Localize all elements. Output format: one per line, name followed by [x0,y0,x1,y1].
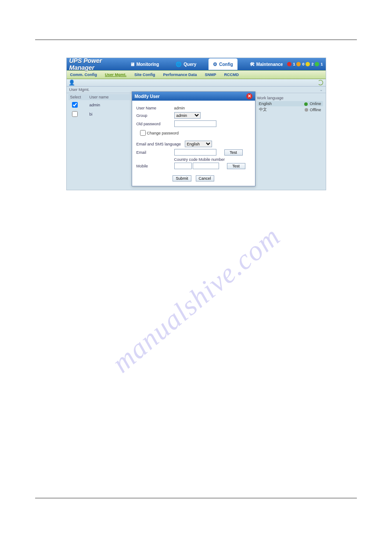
user-table: Select User name admin bi [68,94,130,119]
test-mobile-button[interactable]: Test [227,163,245,169]
alarm-red-icon [287,62,291,66]
old-password-label: Old password [137,122,174,126]
work-language-panel: Work language English Online 中文 Offline [255,93,326,190]
dialog-body: User Name admin Group admin Old password [132,101,255,186]
row-username: admin [88,100,130,109]
mobile-number-input[interactable] [193,163,219,169]
refresh-icon[interactable] [318,80,323,85]
username-value: admin [174,106,185,110]
email-lang-select[interactable]: English [185,141,212,147]
email-lang-label: Email and SMS language [137,142,185,146]
tab-label: Maintenance [256,62,283,67]
subnav-snmp[interactable]: SNMP [205,73,216,77]
alarm-green-icon [315,62,319,66]
subnav-rccmd[interactable]: RCCMD [224,73,239,77]
main-tabs: 🖥 Monitoring 🌐 Query ⚙ Config 🛠 Maintena… [126,58,288,70]
email-label: Email [137,150,174,155]
globe-icon: 🌐 [176,62,182,67]
lang-name: 中文 [259,107,267,112]
group-label: Group [137,113,174,118]
work-language-header: Work language [257,95,323,101]
tab-monitoring[interactable]: 🖥 Monitoring [126,58,164,70]
status-count: 2 [311,62,313,66]
subnav-user-mgmt[interactable]: User Mgmt. [105,73,126,77]
change-password-checkbox[interactable] [140,130,146,136]
alarm-yellow-icon [306,62,310,66]
table-row[interactable]: bi [68,109,130,119]
status-dot-icon [305,108,308,112]
row-username: bi [88,109,130,119]
tab-label: Query [183,62,196,67]
tab-config[interactable]: ⚙ Config [209,58,237,70]
status-count: 0 [302,62,304,66]
lang-name: English [259,102,272,106]
row-select-checkbox[interactable] [72,102,78,108]
col-username: User name [88,94,130,100]
group-select[interactable]: admin [174,112,201,119]
alarm-orange-icon [296,62,301,66]
modal-area: Modify User ✕ User Name admin Group admi… [132,93,255,190]
body: Select User name admin bi [67,93,326,190]
top-bar: UPS Power Manager 🖥 Monitoring 🌐 Query ⚙… [67,58,326,70]
email-input[interactable] [174,149,216,156]
user-icon: 👤 [68,80,75,86]
lang-row-chinese[interactable]: 中文 Offline [257,106,323,113]
status-counters: 1 0 2 1 [287,62,323,66]
submit-button[interactable]: Submit [173,175,191,181]
cancel-button[interactable]: Cancel [196,175,214,181]
subnav-site-config[interactable]: Site Config [134,73,155,77]
mobile-label: Mobile [137,164,174,168]
user-table-panel: Select User name admin bi [67,93,132,190]
close-icon[interactable]: ✕ [246,93,252,99]
change-password-label: Change password [147,131,179,135]
dialog-header: Modify User ✕ [132,92,255,101]
subnav-perf-data[interactable]: Performance Data [163,73,197,77]
subnav-comm-config[interactable]: Comm. Config [70,73,97,77]
tab-query[interactable]: 🌐 Query [171,58,201,70]
modify-user-dialog: Modify User ✕ User Name admin Group admi… [132,91,255,186]
watermark: manualshive.com [105,220,286,380]
gear-icon: ⚙ [213,62,217,67]
app-title: UPS Power Manager [69,57,117,71]
section-title: User Mgmt. [69,87,90,92]
wrench-icon: 🛠 [250,62,255,67]
test-email-button[interactable]: Test [224,149,243,156]
status-count: 1 [320,62,323,66]
collapse-icon[interactable]: ⌄ [320,87,323,92]
lang-status: Online [309,102,321,106]
tool-strip: 👤 [67,79,326,87]
ups-app-screenshot: UPS Power Manager 🖥 Monitoring 🌐 Query ⚙… [66,58,326,190]
tab-label: Monitoring [137,62,159,67]
username-label: User Name [137,106,174,110]
status-count: 1 [293,62,295,66]
col-select: Select [68,94,88,100]
monitor-icon: 🖥 [130,62,135,67]
sub-nav: Comm. Config User Mgmt. Site Config Perf… [67,70,326,79]
lang-row-english[interactable]: English Online [257,101,323,106]
tab-label: Config [219,62,233,67]
tab-maintenance[interactable]: 🛠 Maintenance [245,58,288,70]
dialog-title: Modify User [135,94,160,99]
status-dot-icon [304,102,308,106]
lang-status: Offline [310,108,321,112]
old-password-input[interactable] [174,120,216,127]
table-row[interactable]: admin [68,100,130,109]
row-select-checkbox[interactable] [72,111,78,117]
mobile-header: Country code Mobile number [174,157,251,162]
country-code-input[interactable] [174,163,192,169]
